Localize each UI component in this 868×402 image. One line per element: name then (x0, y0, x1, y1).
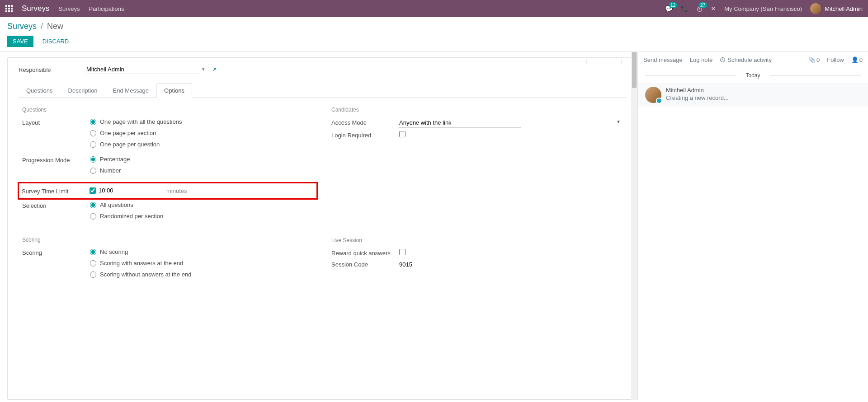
message-avatar (645, 87, 661, 103)
save-button[interactable]: SAVE (7, 36, 33, 47)
responsible-label: Responsible (19, 66, 86, 73)
log-note-button[interactable]: Log note (690, 56, 713, 63)
login-required-checkbox[interactable] (399, 131, 406, 137)
selection-option-1[interactable]: Randomized per section (90, 213, 313, 220)
layout-label: Layout (22, 118, 90, 126)
phone-icon[interactable]: 📞 (681, 5, 689, 12)
selection-label: Selection (22, 201, 90, 209)
tab-description[interactable]: Description (61, 83, 105, 98)
messages-icon[interactable]: 💬12 (665, 5, 673, 12)
presence-badge-icon (656, 98, 662, 104)
scoring-option-1[interactable]: Scoring with answers at the end (90, 260, 313, 266)
breadcrumb: Surveys / New (7, 22, 861, 31)
access-mode-select[interactable] (399, 118, 521, 127)
login-required-label: Login Required (331, 131, 399, 139)
responsible-field[interactable] (86, 65, 199, 74)
app-brand[interactable]: Surveys (22, 4, 49, 13)
session-code-label: Session Code (331, 260, 399, 268)
follow-button[interactable]: Follow (827, 56, 844, 63)
breadcrumb-root[interactable]: Surveys (7, 22, 37, 31)
chatter-date-separator: Today (645, 72, 861, 79)
company-switcher[interactable]: My Company (San Francisco) (724, 5, 802, 12)
discard-button[interactable]: DISCARD (37, 36, 75, 47)
send-message-button[interactable]: Send message (643, 56, 683, 63)
section-live-session-title: Live Session (331, 237, 623, 243)
messages-badge: 12 (669, 2, 677, 8)
schedule-activity-button[interactable]: Schedule activity (720, 56, 772, 63)
time-limit-label: Survey Time Limit (22, 187, 90, 195)
tab-end-message[interactable]: End Message (105, 83, 157, 98)
breadcrumb-current: New (47, 22, 63, 31)
chatter-message: Mitchell Admin Creating a new record... (638, 83, 868, 107)
activities-badge: 27 (698, 2, 707, 8)
reward-label: Reward quick answers (331, 249, 399, 257)
attachments-count[interactable]: 📎0 (808, 56, 820, 63)
scoring-option-2[interactable]: Scoring without answers at the end (90, 271, 313, 278)
close-icon[interactable]: ✕ (711, 5, 716, 12)
reward-checkbox[interactable] (399, 249, 406, 255)
time-limit-unit: minutes (166, 187, 187, 194)
nav-participations[interactable]: Participations (89, 5, 124, 12)
section-candidates-title: Candidates (331, 107, 623, 113)
tab-options[interactable]: Options (156, 83, 192, 98)
followers-count[interactable]: 👤0 (851, 56, 863, 63)
user-avatar (810, 3, 821, 14)
layout-option-2[interactable]: One page per question (90, 141, 313, 148)
message-author: Mitchell Admin (666, 87, 729, 93)
scrollbar-thumb[interactable] (632, 52, 637, 88)
external-link-icon[interactable]: ↗ (212, 66, 217, 73)
activities-icon[interactable]: 27 (697, 5, 703, 12)
time-limit-highlight: Survey Time Limit minutes (18, 182, 318, 200)
image-placeholder (586, 60, 622, 64)
nav-surveys[interactable]: Surveys (58, 5, 80, 12)
progression-option-0[interactable]: Percentage (90, 156, 313, 163)
time-limit-checkbox[interactable] (90, 187, 96, 194)
user-name: Mitchell Admin (825, 5, 863, 12)
section-questions-title: Questions (22, 107, 313, 113)
time-limit-input[interactable] (99, 187, 148, 194)
top-navbar: Surveys Surveys Participations 💬12 📞 27 … (0, 0, 868, 17)
access-mode-label: Access Mode (331, 118, 399, 126)
form-area: Responsible ▼ ↗ Questions Description En… (0, 52, 637, 400)
chevron-down-icon[interactable]: ▼ (201, 67, 206, 72)
scoring-option-0[interactable]: No scoring (90, 248, 313, 255)
scoring-label: Scoring (22, 248, 90, 256)
progression-option-1[interactable]: Number (90, 167, 313, 174)
scrollbar[interactable] (631, 52, 637, 400)
chevron-down-icon[interactable]: ▼ (616, 119, 621, 124)
section-scoring-title: Scoring (22, 237, 313, 243)
tab-questions[interactable]: Questions (19, 83, 61, 98)
message-body: Creating a new record... (666, 94, 729, 101)
layout-option-1[interactable]: One page per section (90, 130, 313, 136)
apps-icon[interactable] (5, 5, 13, 12)
form-tabs: Questions Description End Message Option… (19, 83, 626, 98)
session-code-input[interactable] (399, 260, 521, 269)
user-menu[interactable]: Mitchell Admin (810, 3, 863, 14)
layout-option-0[interactable]: One page with all the questions (90, 118, 313, 125)
control-panel: Surveys / New SAVE DISCARD (0, 17, 868, 52)
chatter-panel: Send message Log note Schedule activity … (637, 52, 868, 400)
selection-option-0[interactable]: All questions (90, 201, 313, 208)
progression-label: Progression Mode (22, 156, 90, 164)
